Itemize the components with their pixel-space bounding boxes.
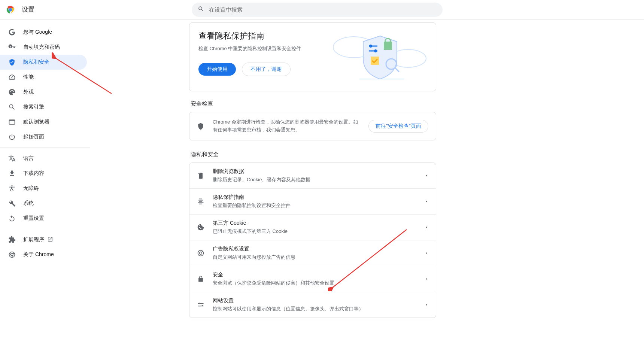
sidebar-item-extensions[interactable]: 扩展程序 <box>0 232 87 247</box>
chrome-outline-icon <box>8 251 16 258</box>
dismiss-button[interactable]: 不用了，谢谢 <box>242 63 291 76</box>
privacy-security-header: 隐私和安全 <box>191 151 436 158</box>
sidebar: 您与 Google 自动填充和密码 隐私和安全 性能 外观 搜索引擎 默认浏览器 <box>0 19 90 333</box>
sidebar-item-label: 隐私和安全 <box>23 59 49 66</box>
chevron-right-icon <box>425 302 428 308</box>
external-link-icon <box>47 236 53 243</box>
google-g-icon <box>8 28 16 36</box>
privacy-guide-card: 查看隐私保护指南 检查 Chrome 中重要的隐私控制设置和安全控件 开始使用 … <box>189 22 436 91</box>
download-icon <box>8 170 16 177</box>
guide-icon <box>197 198 204 205</box>
row-sub: 安全浏览（保护您免受危险网站的侵害）和其他安全设置 <box>213 280 425 286</box>
translate-icon <box>8 155 16 162</box>
sidebar-item-label: 重置设置 <box>23 215 44 222</box>
chevron-right-icon <box>425 224 428 230</box>
sidebar-item-reset[interactable]: 重置设置 <box>0 211 87 226</box>
sidebar-item-search-engine[interactable]: 搜索引擎 <box>0 100 87 115</box>
sidebar-item-label: 系统 <box>23 200 34 207</box>
sidebar-item-label: 您与 Google <box>23 29 52 36</box>
palette-icon <box>8 88 16 96</box>
lock-icon <box>197 275 204 283</box>
row-title: 广告隐私权设置 <box>213 246 425 252</box>
sidebar-item-label: 外观 <box>23 89 34 95</box>
row-security[interactable]: 安全安全浏览（保护您免受危险网站的侵害）和其他安全设置 <box>189 266 436 292</box>
sidebar-item-label: 默认浏览器 <box>23 119 49 125</box>
sidebar-item-about-chrome[interactable]: 关于 Chrome <box>0 247 87 262</box>
row-sub: 删除历史记录、Cookie、缓存内容及其他数据 <box>213 176 425 183</box>
search-bar[interactable] <box>192 3 443 17</box>
row-title: 删除浏览数据 <box>213 168 425 175</box>
shield-icon <box>8 58 16 66</box>
chevron-right-icon <box>425 173 428 179</box>
row-clear-browsing-data[interactable]: 删除浏览数据删除历史记录、Cookie、缓存内容及其他数据 <box>189 163 436 189</box>
sidebar-item-label: 语言 <box>23 155 34 162</box>
search-input[interactable] <box>209 6 437 13</box>
row-sub: 自定义网站可用来向您投放广告的信息 <box>213 254 425 261</box>
browser-icon <box>8 118 16 126</box>
search-icon <box>198 6 209 13</box>
speedometer-icon <box>8 73 16 81</box>
page-title: 设置 <box>22 5 34 14</box>
row-ad-privacy[interactable]: 广告隐私权设置自定义网站可用来向您投放广告的信息 <box>189 240 436 266</box>
sidebar-item-system[interactable]: 系统 <box>0 196 87 211</box>
sidebar-item-performance[interactable]: 性能 <box>0 70 87 85</box>
sliders-icon <box>197 301 204 309</box>
sidebar-item-on-startup[interactable]: 起始页面 <box>0 130 87 145</box>
key-icon <box>8 43 16 51</box>
sidebar-item-privacy-security[interactable]: 隐私和安全 <box>0 55 87 70</box>
cookie-icon <box>197 224 204 231</box>
safety-check-desc: Chrome 会定期进行检查，以确保您的浏览器使用最安全的设置。如有任何事项需要… <box>213 118 368 134</box>
sidebar-item-you-and-google[interactable]: 您与 Google <box>0 25 87 40</box>
row-title: 网站设置 <box>213 297 425 304</box>
row-sub: 控制网站可以使用和显示的信息（位置信息、摄像头、弹出式窗口等） <box>213 306 425 312</box>
svg-point-1 <box>9 8 12 11</box>
search-icon <box>8 103 16 111</box>
trash-icon <box>197 172 204 179</box>
sidebar-item-label: 搜索引擎 <box>23 104 44 110</box>
sidebar-item-autofill[interactable]: 自动填充和密码 <box>0 40 87 55</box>
row-sub: 已阻止无痕模式下的第三方 Cookie <box>213 228 425 235</box>
reset-icon <box>8 215 16 222</box>
power-icon <box>8 133 16 141</box>
chevron-right-icon <box>425 276 428 282</box>
sidebar-item-accessibility[interactable]: 无障碍 <box>0 181 87 196</box>
sidebar-item-downloads[interactable]: 下载内容 <box>0 166 87 181</box>
svg-rect-8 <box>371 57 379 65</box>
row-third-party-cookies[interactable]: 第三方 Cookie已阻止无痕模式下的第三方 Cookie <box>189 215 436 240</box>
guide-title: 查看隐私保护指南 <box>198 30 333 42</box>
shield-icon <box>197 122 204 130</box>
sidebar-item-label: 扩展程序 <box>23 236 44 243</box>
safety-check-card: Chrome 会定期进行检查，以确保您的浏览器使用最安全的设置。如有任何事项需要… <box>189 112 436 140</box>
wrench-icon <box>8 200 16 207</box>
svg-line-10 <box>395 68 399 72</box>
svg-point-12 <box>369 45 372 48</box>
row-title: 第三方 Cookie <box>213 220 425 227</box>
accessibility-icon <box>8 185 16 192</box>
chevron-right-icon <box>425 198 428 204</box>
start-button[interactable]: 开始使用 <box>198 63 236 76</box>
goto-safety-check-button[interactable]: 前往"安全检查"页面 <box>368 120 428 133</box>
row-title: 隐私保护指南 <box>213 194 425 201</box>
sidebar-item-label: 关于 Chrome <box>23 251 54 258</box>
divider <box>0 229 90 229</box>
safety-check-header: 安全检查 <box>191 100 436 107</box>
extension-icon <box>8 236 16 243</box>
chevron-right-icon <box>425 250 428 256</box>
sidebar-item-label: 性能 <box>23 74 34 81</box>
svg-point-14 <box>374 49 377 52</box>
privacy-list: 删除浏览数据删除历史记录、Cookie、缓存内容及其他数据 隐私保护指南检查重要… <box>189 163 436 318</box>
sidebar-item-label: 无障碍 <box>23 185 39 192</box>
sidebar-item-languages[interactable]: 语言 <box>0 151 87 166</box>
ad-icon <box>197 249 204 257</box>
row-privacy-guide[interactable]: 隐私保护指南检查重要的隐私控制设置和安全控件 <box>189 189 436 215</box>
row-sub: 检查重要的隐私控制设置和安全控件 <box>213 202 425 209</box>
sidebar-item-appearance[interactable]: 外观 <box>0 85 87 100</box>
chrome-logo-icon <box>6 5 15 14</box>
guide-subtitle: 检查 Chrome 中重要的隐私控制设置和安全控件 <box>198 45 333 52</box>
divider <box>0 148 90 148</box>
row-site-settings[interactable]: 网站设置控制网站可以使用和显示的信息（位置信息、摄像头、弹出式窗口等） <box>189 292 436 318</box>
sidebar-item-label: 自动填充和密码 <box>23 44 60 51</box>
row-title: 安全 <box>213 271 425 278</box>
sidebar-item-default-browser[interactable]: 默认浏览器 <box>0 115 87 130</box>
sidebar-item-label: 起始页面 <box>23 134 44 140</box>
